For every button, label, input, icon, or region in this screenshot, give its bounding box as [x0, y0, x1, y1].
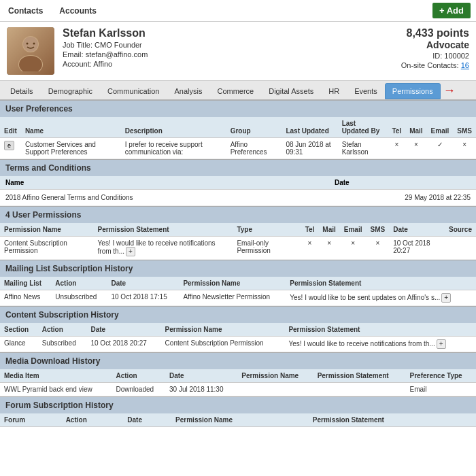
col-mail: Mail [405, 117, 426, 138]
status-badge: Advocate [347, 39, 469, 50]
perm-col-date: Date [389, 223, 445, 237]
forum-subscription-table: Forum Action Date Permission Name Permis… [0, 413, 476, 427]
top-bar: Contacts Accounts + Add [0, 0, 476, 22]
terms-body: 2018 Affino General Terms and Conditions… [0, 190, 476, 206]
tab-hr[interactable]: HR [321, 83, 347, 99]
user-preferences-header: User Preferences [0, 100, 476, 117]
perm-col-name: Permission Name [0, 223, 94, 237]
accounts-nav[interactable]: Accounts [56, 5, 99, 17]
tel-cell: × [388, 138, 405, 159]
md-col-perm-name: Permission Name [237, 369, 313, 383]
table-row: Glance Subscribed 10 Oct 2018 20:27 Cont… [0, 337, 476, 352]
col-description: Description [121, 117, 226, 138]
tab-details[interactable]: Details [3, 83, 41, 99]
tab-digital-assets[interactable]: Digital Assets [261, 83, 321, 99]
content-subscription-table: Section Action Date Permission Name Perm… [0, 323, 476, 352]
md-pref-type-cell: Email [406, 383, 476, 396]
onsite-label: On-site Contacts: [401, 61, 459, 69]
add-button[interactable]: + Add [432, 3, 471, 18]
media-download-header-row: Media Item Action Date Permission Name P… [0, 369, 476, 383]
contacts-nav[interactable]: Contacts [5, 5, 46, 17]
md-col-action: Action [112, 369, 165, 383]
mail-cell: × [405, 138, 426, 159]
plus-button[interactable]: + [437, 339, 446, 349]
profile-id: ID: 100002 [347, 52, 469, 60]
md-perm-name-cell [237, 383, 313, 396]
perm-tel-cell: × [301, 237, 319, 260]
perm-col-email: Email [340, 223, 367, 237]
group-cell: Affino Preferences [226, 138, 282, 159]
tab-events[interactable]: Events [347, 83, 385, 99]
md-col-pref-type: Preference Type [406, 369, 476, 383]
svg-point-5 [33, 43, 35, 45]
profile-right: 8,433 points Advocate ID: 100002 On-site… [347, 27, 469, 75]
description-cell: I prefer to receive support communicatio… [121, 138, 226, 159]
terms-table-header: Name Date [0, 176, 476, 190]
cs-action-cell: Subscribed [38, 337, 87, 352]
col-last-updated: Last Updated [282, 117, 337, 138]
list-item: 2018 Affino General Terms and Conditions… [0, 190, 476, 206]
md-col-item: Media Item [0, 369, 112, 383]
jobtitle-label: Job Title: [63, 41, 92, 49]
user-permissions-table: Permission Name Permission Statement Typ… [0, 223, 476, 260]
tab-demographic[interactable]: Demographic [41, 83, 100, 99]
perm-col-tel: Tel [301, 223, 319, 237]
cs-col-section: Section [0, 323, 38, 337]
user-preferences-header-row: Edit Name Description Group Last Updated… [0, 117, 476, 138]
perm-source-cell [445, 237, 476, 260]
tab-analysis[interactable]: Analysis [167, 83, 209, 99]
perm-date-cell: 10 Oct 2018 20:27 [389, 237, 445, 260]
id-label: ID: [432, 52, 442, 60]
ml-col-perm-statement: Permission Statement [286, 277, 476, 290]
last-updated-cell: 08 Jun 2018 at 09:31 [282, 138, 337, 159]
mailing-list-header-row: Mailing List Action Date Permission Name… [0, 277, 476, 290]
svg-point-4 [27, 43, 29, 45]
col-edit: Edit [0, 117, 21, 138]
perm-statement-cell: Yes! I would like to receive notificatio… [94, 237, 233, 260]
tab-communication[interactable]: Communication [100, 83, 167, 99]
cs-col-perm-name: Permission Name [161, 323, 285, 337]
fs-col-forum: Forum [0, 413, 62, 427]
id-value: 100002 [444, 52, 469, 60]
perm-col-sms: SMS [367, 223, 390, 237]
fs-col-perm-name: Permission Name [171, 413, 309, 427]
onsite-value[interactable]: 16 [461, 61, 469, 69]
ml-action-cell: Unsubscribed [51, 290, 107, 306]
plus-button[interactable]: + [126, 247, 135, 256]
avatar [7, 27, 54, 75]
perm-email-cell: × [340, 237, 367, 260]
account-value: Affino [93, 60, 112, 68]
forum-sub-header-row: Forum Action Date Permission Name Permis… [0, 413, 476, 427]
edit-cell[interactable]: e [0, 138, 21, 159]
plus-button[interactable]: + [441, 293, 451, 303]
md-col-perm-statement: Permission Statement [313, 369, 406, 383]
md-action-cell: Downloaded [112, 383, 165, 396]
ml-date-cell: 10 Oct 2018 17:15 [107, 290, 179, 306]
profile-section: Stefan Karlsson Job Title: CMO Founder E… [0, 22, 476, 81]
terms-col-date: Date [335, 179, 471, 186]
user-permissions-header: 4 User Permissions [0, 206, 476, 223]
content-subscription-header: Content Subscription History [0, 306, 476, 323]
last-updated-by-cell: Stefan Karlsson [338, 138, 388, 159]
tab-commerce[interactable]: Commerce [209, 83, 261, 99]
col-name: Name [21, 117, 121, 138]
forum-subscription-header: Forum Subscription History [0, 396, 476, 413]
email-cell: ✓ [427, 138, 454, 159]
tab-permissions[interactable]: Permissions [385, 83, 441, 99]
jobtitle-value: CMO Founder [95, 41, 142, 49]
table-row: WWL Pyramid back end view Downloaded 30 … [0, 383, 476, 396]
md-col-date: Date [165, 369, 237, 383]
mailing-list-header: Mailing List Subscription History [0, 260, 476, 277]
media-download-header: Media Download History [0, 352, 476, 369]
perm-mail-cell: × [318, 237, 339, 260]
fs-col-action: Action [62, 413, 124, 427]
cs-perm-statement-cell: Yes! I would like to receive notificatio… [284, 337, 476, 352]
ml-perm-statement-cell: Yes! I would like to be sent updates on … [286, 290, 476, 306]
mailing-list-table: Mailing List Action Date Permission Name… [0, 277, 476, 306]
ml-col-perm-name: Permission Name [179, 277, 286, 290]
profile-onsite: On-site Contacts: 16 [347, 61, 469, 69]
fs-col-date: Date [123, 413, 171, 427]
fs-col-perm-statement: Permission Statement [309, 413, 476, 427]
col-tel: Tel [388, 117, 405, 138]
cs-col-date: Date [86, 323, 160, 337]
